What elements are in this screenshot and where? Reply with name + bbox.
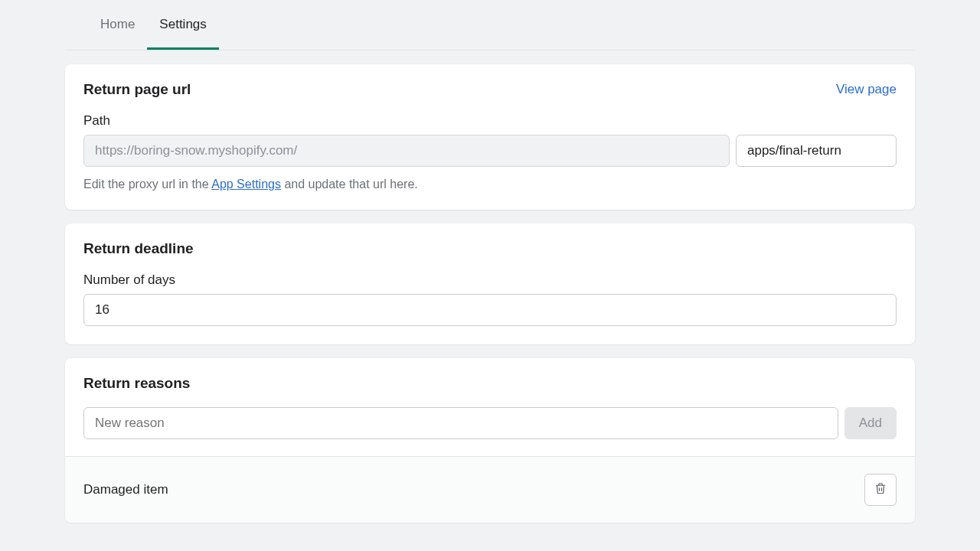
return-url-title: Return page url [83,81,191,98]
return-deadline-title: Return deadline [83,240,194,257]
help-post: and update that url here. [281,178,418,191]
help-pre: Edit the proxy url in the [83,178,211,191]
app-settings-link[interactable]: App Settings [211,178,281,191]
trash-icon [874,481,887,498]
add-reason-button[interactable]: Add [844,407,897,439]
tabs: Home Settings [65,0,915,51]
reason-item: Damaged item [65,456,915,523]
return-deadline-card: Return deadline Number of days [65,223,915,344]
view-page-link[interactable]: View page [836,82,897,97]
proxy-help-text: Edit the proxy url in the App Settings a… [83,178,897,191]
return-reasons-title: Return reasons [83,375,897,392]
tab-settings[interactable]: Settings [147,0,218,50]
base-url-field [83,135,730,167]
days-label: Number of days [83,272,897,288]
path-label: Path [83,113,897,129]
tab-home[interactable]: Home [88,0,147,50]
reason-item-label: Damaged item [83,482,168,497]
days-input[interactable] [83,294,897,326]
new-reason-input[interactable] [83,407,838,439]
delete-reason-button[interactable] [864,474,897,506]
return-url-card: Return page url View page Path Edit the … [65,64,915,210]
return-reasons-card: Return reasons Add Damaged item [65,358,915,523]
path-suffix-input[interactable] [736,135,897,167]
